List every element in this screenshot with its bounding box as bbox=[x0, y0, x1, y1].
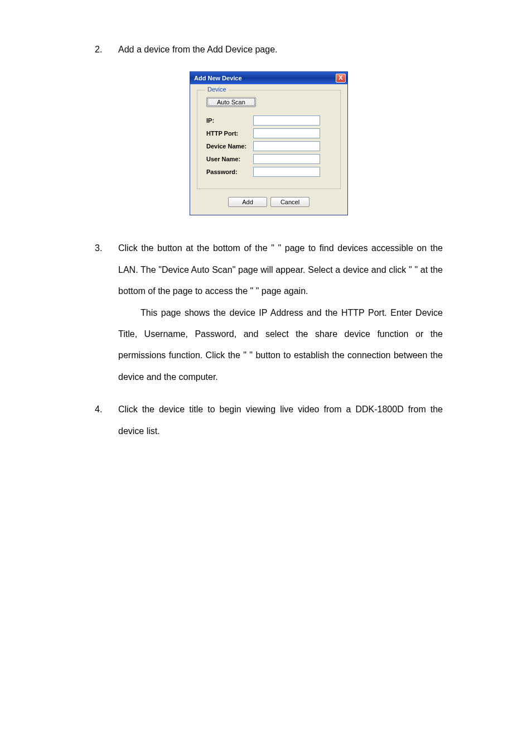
fieldset-legend: Device bbox=[205, 86, 229, 93]
label-device-name: Device Name: bbox=[203, 143, 253, 150]
label-ip: IP: bbox=[203, 117, 253, 124]
close-icon[interactable]: X bbox=[336, 74, 346, 83]
device-name-field[interactable] bbox=[253, 141, 320, 151]
dialog-actions: Add Cancel bbox=[197, 197, 341, 207]
auto-scan-button[interactable]: Auto Scan bbox=[206, 97, 256, 107]
row-http-port: HTTP Port: bbox=[203, 128, 335, 138]
user-name-field[interactable] bbox=[253, 154, 320, 164]
list-item-3: 3. Click the button at the bottom of the… bbox=[95, 238, 443, 388]
list-text: Click the button at the bottom of the " … bbox=[118, 238, 443, 388]
list-text: Click the device title to begin viewing … bbox=[118, 399, 443, 442]
list-number: 2. bbox=[95, 42, 118, 58]
label-password: Password: bbox=[203, 168, 253, 175]
list-item-4: 4. Click the device title to begin viewi… bbox=[95, 399, 443, 442]
row-password: Password: bbox=[203, 167, 335, 177]
row-ip: IP: bbox=[203, 115, 335, 126]
device-fieldset: Device Auto Scan IP: HTTP Port: Device N… bbox=[197, 90, 341, 189]
row-device-name: Device Name: bbox=[203, 141, 335, 151]
label-user-name: User Name: bbox=[203, 156, 253, 162]
list-item-2: 2. Add a device from the Add Device page… bbox=[95, 39, 443, 60]
add-new-device-dialog: Add New Device X Device Auto Scan IP: HT… bbox=[190, 71, 348, 215]
cancel-button[interactable]: Cancel bbox=[270, 197, 309, 207]
row-user-name: User Name: bbox=[203, 154, 335, 164]
list-text: Add a device from the Add Device page. bbox=[118, 39, 443, 60]
dialog-title: Add New Device bbox=[194, 75, 242, 81]
dialog-titlebar: Add New Device X bbox=[190, 72, 347, 84]
dialog-screenshot: Add New Device X Device Auto Scan IP: HT… bbox=[95, 71, 443, 215]
ip-field[interactable] bbox=[253, 115, 320, 126]
http-port-field[interactable] bbox=[253, 128, 320, 138]
list-number: 3. bbox=[95, 240, 118, 257]
add-button[interactable]: Add bbox=[228, 197, 267, 207]
password-field[interactable] bbox=[253, 167, 320, 177]
dialog-body: Device Auto Scan IP: HTTP Port: Device N… bbox=[190, 84, 347, 215]
label-http-port: HTTP Port: bbox=[203, 130, 253, 137]
list-number: 4. bbox=[95, 402, 118, 418]
